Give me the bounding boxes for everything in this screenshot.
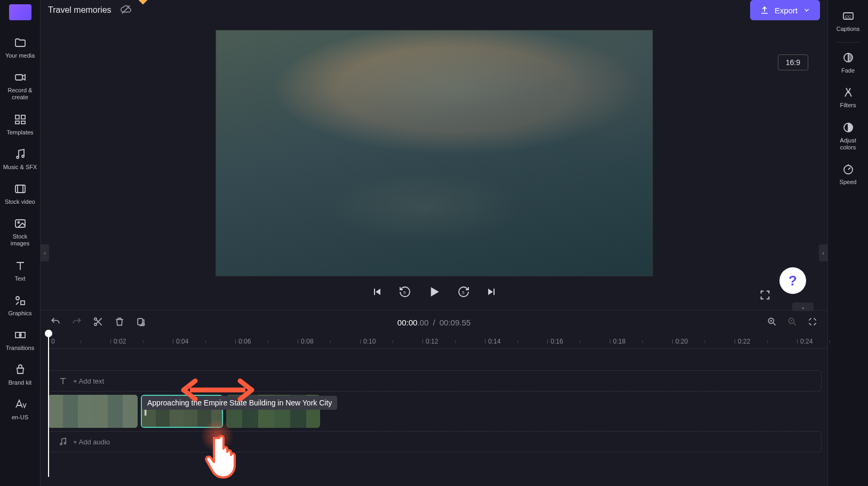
preview-image xyxy=(216,30,652,276)
chevron-down-icon xyxy=(803,6,810,14)
svg-point-18 xyxy=(94,323,97,325)
svg-point-24 xyxy=(64,443,66,444)
undo-button[interactable] xyxy=(50,316,61,329)
svg-rect-4 xyxy=(21,121,25,124)
ruler-tick: 0:08 xyxy=(301,334,313,348)
add-text-track[interactable]: + Add text xyxy=(48,370,822,392)
music-icon xyxy=(14,148,27,161)
skip-start-button[interactable] xyxy=(371,285,384,300)
forward-5-button[interactable]: 5 xyxy=(457,285,470,300)
sidebar-label: Templates xyxy=(6,129,33,136)
svg-rect-3 xyxy=(15,121,19,124)
duplicate-button[interactable] xyxy=(136,316,146,329)
top-bar: Travel memories Export xyxy=(41,0,827,20)
sidebar-label: Fade xyxy=(841,67,855,74)
zoom-fit-button[interactable] xyxy=(807,316,818,329)
fullscreen-button[interactable] xyxy=(759,289,771,302)
sidebar-item-fade[interactable]: Fade xyxy=(828,46,868,81)
sidebar-item-text[interactable]: Text xyxy=(0,254,40,289)
svg-rect-7 xyxy=(15,185,25,193)
video-clip-1[interactable] xyxy=(48,395,138,428)
sidebar-item-stock-video[interactable]: Stock video xyxy=(0,177,40,212)
ruler-tick: 0:06 xyxy=(238,334,251,348)
captions-icon: CC xyxy=(842,10,855,22)
add-text-label: + Add text xyxy=(73,377,104,385)
templates-icon xyxy=(14,113,27,126)
sidebar-item-your-media[interactable]: Your media xyxy=(0,31,40,66)
skip-end-button[interactable] xyxy=(485,285,498,300)
sidebar-item-stock-images[interactable]: Stock images xyxy=(0,212,40,253)
add-audio-track[interactable]: + Add audio xyxy=(48,431,822,452)
ruler-tick: 0:24 xyxy=(800,334,813,348)
timeline-ruler[interactable]: 00:020:040:060:080:100:120:140:160:180:2… xyxy=(48,334,827,349)
project-title[interactable]: Travel memories xyxy=(48,5,112,15)
sidebar-item-brand-kit[interactable]: Brand kit xyxy=(0,358,40,393)
playhead[interactable] xyxy=(48,334,49,477)
preview-frame[interactable] xyxy=(216,30,653,276)
sidebar-label: Text xyxy=(14,275,25,282)
app-logo[interactable] xyxy=(9,4,31,20)
aspect-ratio-button[interactable]: 16:9 xyxy=(778,54,808,70)
sidebar-item-record-create[interactable]: Record & create xyxy=(0,66,40,107)
sidebar-item-captions[interactable]: CC Captions xyxy=(828,4,868,39)
text-icon xyxy=(14,259,27,272)
ruler-tick: 0:20 xyxy=(675,334,688,348)
sidebar-item-filters[interactable]: Filters xyxy=(828,81,868,115)
sidebar-item-music-sfx[interactable]: Music & SFX xyxy=(0,142,40,177)
ruler-tick: 0:04 xyxy=(176,334,188,348)
clip-tooltip: Approaching the Empire State Building in… xyxy=(142,396,337,410)
sidebar-item-graphics[interactable]: Graphics xyxy=(0,289,40,323)
svg-rect-11 xyxy=(21,301,25,305)
transitions-icon xyxy=(14,329,27,341)
sidebar-label: Transitions xyxy=(6,345,34,352)
language-icon xyxy=(14,398,27,411)
svg-point-9 xyxy=(18,222,19,224)
split-button[interactable] xyxy=(93,316,103,329)
redo-button[interactable] xyxy=(71,316,82,329)
collapse-preview-button[interactable]: ⌄ xyxy=(792,302,814,311)
right-panel-collapse-toggle[interactable]: ‹ xyxy=(819,244,827,261)
zoom-out-button[interactable] xyxy=(787,316,798,329)
upload-icon xyxy=(760,5,769,15)
filters-icon xyxy=(842,86,855,99)
premium-diamond-icon xyxy=(139,0,148,4)
timeline-area: 00:00.00 / 00:09.55 00:020:040:060:080:1… xyxy=(41,310,827,486)
export-button[interactable]: Export xyxy=(750,0,820,20)
rewind-5-button[interactable]: 5 xyxy=(399,285,411,300)
graphics-icon xyxy=(14,294,27,307)
sidebar-item-templates[interactable]: Templates xyxy=(0,108,40,142)
delete-button[interactable] xyxy=(114,316,125,329)
speed-icon xyxy=(842,163,855,176)
sidebar-label: Graphics xyxy=(8,310,31,317)
image-icon xyxy=(14,217,27,230)
ruler-tick: 0:12 xyxy=(426,334,438,348)
svg-text:CC: CC xyxy=(845,14,851,19)
timeline-toolbar: 00:00.00 / 00:09.55 xyxy=(41,310,827,334)
svg-point-28 xyxy=(848,92,849,93)
sidebar-item-adjust-colors[interactable]: Adjust colors xyxy=(828,116,868,157)
svg-rect-2 xyxy=(21,115,25,119)
svg-point-17 xyxy=(94,317,97,320)
zoom-in-button[interactable] xyxy=(767,316,777,329)
fade-icon xyxy=(842,51,855,64)
sidebar-item-speed[interactable]: Speed xyxy=(828,157,868,192)
svg-rect-8 xyxy=(15,220,25,227)
timeline-tracks: Approaching the Empire State Building in… xyxy=(41,349,827,452)
cloud-offline-icon[interactable] xyxy=(120,4,132,17)
help-button[interactable]: ? xyxy=(779,267,806,294)
svg-point-10 xyxy=(16,297,19,300)
ruler-tick: 0:02 xyxy=(114,334,126,348)
sidebar-label: Filters xyxy=(840,102,856,109)
main-area: Travel memories Export 16:9 5 5 ⌄ ? xyxy=(41,0,827,486)
svg-rect-1 xyxy=(15,115,19,119)
sidebar-right: CC Captions Fade Filters Adjust colors S… xyxy=(827,0,868,486)
sidebar-item-language[interactable]: en-US xyxy=(0,393,40,427)
play-button[interactable] xyxy=(426,284,442,301)
ruler-tick: 0 xyxy=(51,334,55,348)
music-icon xyxy=(58,437,68,447)
video-icon xyxy=(14,182,27,195)
preview-area: 16:9 5 5 ⌄ ? xyxy=(41,20,827,310)
sidebar-label: en-US xyxy=(12,414,28,421)
add-audio-label: + Add audio xyxy=(73,438,110,446)
sidebar-item-transitions[interactable]: Transitions xyxy=(0,323,40,358)
